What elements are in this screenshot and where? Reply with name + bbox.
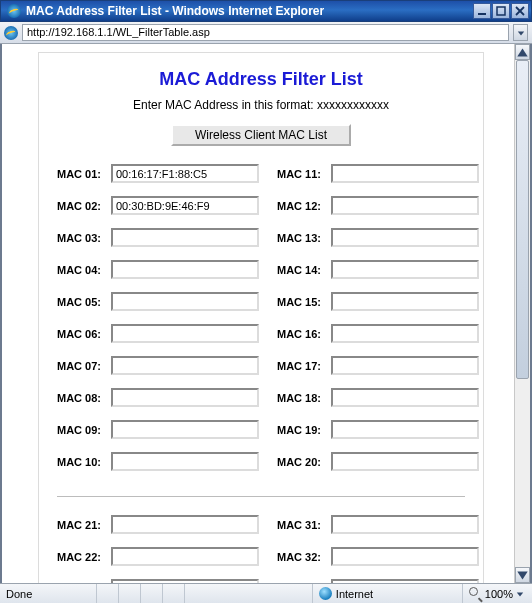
mac-column-right: MAC 11: MAC 12: MAC 13: MAC 14: MAC 15: …	[277, 164, 479, 484]
mac-01-input[interactable]	[111, 164, 259, 183]
mac-03-input[interactable]	[111, 228, 259, 247]
mac-label: MAC 18:	[277, 392, 331, 404]
status-pane	[185, 584, 313, 603]
mac-11-input[interactable]	[331, 164, 479, 183]
mac-label: MAC 03:	[57, 232, 111, 244]
scroll-down-button[interactable]	[515, 567, 530, 583]
zoom-control[interactable]: 100%	[463, 584, 532, 603]
mac-label: MAC 22:	[57, 551, 111, 563]
mac-label: MAC 14:	[277, 264, 331, 276]
mac-09-input[interactable]	[111, 420, 259, 439]
ie-icon	[4, 26, 18, 40]
mac-label: MAC 01:	[57, 168, 111, 180]
mac-label: MAC 13:	[277, 232, 331, 244]
browser-viewport: MAC Address Filter List Enter MAC Addres…	[0, 44, 532, 583]
status-pane	[119, 584, 141, 603]
mac-label: MAC 06:	[57, 328, 111, 340]
svg-marker-7	[517, 592, 523, 596]
globe-icon	[319, 587, 332, 600]
mac-18-input[interactable]	[331, 388, 479, 407]
svg-rect-1	[497, 7, 505, 15]
mac-label: MAC 10:	[57, 456, 111, 468]
maximize-button[interactable]	[492, 3, 510, 19]
status-pane	[163, 584, 185, 603]
divider	[57, 496, 465, 497]
svg-marker-4	[517, 31, 523, 35]
window-titlebar: MAC Address Filter List - Windows Intern…	[0, 0, 532, 22]
mac-20-input[interactable]	[331, 452, 479, 471]
mac-label: MAC 02:	[57, 200, 111, 212]
mac-label: MAC 07:	[57, 360, 111, 372]
magnifier-icon	[469, 587, 482, 600]
address-bar: http://192.168.1.1/WL_FilterTable.asp	[0, 22, 532, 44]
mac-13-input[interactable]	[331, 228, 479, 247]
mac-label: MAC 12:	[277, 200, 331, 212]
mac-04-input[interactable]	[111, 260, 259, 279]
mac-05-input[interactable]	[111, 292, 259, 311]
mac-06-input[interactable]	[111, 324, 259, 343]
mac-label: MAC 08:	[57, 392, 111, 404]
minimize-button[interactable]	[473, 3, 491, 19]
mac-16-input[interactable]	[331, 324, 479, 343]
scroll-track[interactable]	[515, 60, 530, 567]
mac-label: MAC 32:	[277, 551, 331, 563]
mac-label: MAC 31:	[277, 519, 331, 531]
security-zone[interactable]: Internet	[313, 584, 463, 603]
url-field[interactable]: http://192.168.1.1/WL_FilterTable.asp	[22, 24, 509, 41]
mac-label: MAC 04:	[57, 264, 111, 276]
mac-02-input[interactable]	[111, 196, 259, 215]
mac-label: MAC 16:	[277, 328, 331, 340]
instruction-text: Enter MAC Address in this format: xxxxxx…	[57, 98, 465, 112]
svg-marker-6	[517, 571, 527, 579]
mac-31-input[interactable]	[331, 515, 479, 534]
scroll-thumb[interactable]	[516, 60, 529, 379]
url-dropdown-button[interactable]	[513, 24, 528, 41]
mac-10-input[interactable]	[111, 452, 259, 471]
zone-label: Internet	[336, 588, 373, 600]
wireless-client-mac-list-button[interactable]: Wireless Client MAC List	[171, 124, 351, 146]
page-content: MAC Address Filter List Enter MAC Addres…	[2, 44, 514, 583]
mac-column-left: MAC 01: MAC 02: MAC 03: MAC 04: MAC 05: …	[57, 164, 259, 484]
status-bar: Done Internet 100%	[0, 583, 532, 603]
mac-label: MAC 20:	[277, 456, 331, 468]
mac-column-right-2: MAC 31: MAC 32: MAC 33:	[277, 515, 479, 583]
mac-12-input[interactable]	[331, 196, 479, 215]
mac-label: MAC 21:	[57, 519, 111, 531]
mac-label: MAC 11:	[277, 168, 331, 180]
mac-08-input[interactable]	[111, 388, 259, 407]
mac-label: MAC 19:	[277, 424, 331, 436]
chevron-down-icon	[516, 590, 524, 598]
mac-07-input[interactable]	[111, 356, 259, 375]
status-text: Done	[0, 584, 97, 603]
mac-label: MAC 15:	[277, 296, 331, 308]
svg-marker-5	[517, 48, 527, 56]
ie-icon	[7, 4, 21, 18]
status-pane	[97, 584, 119, 603]
zoom-value: 100%	[485, 588, 513, 600]
mac-column-left-2: MAC 21: MAC 22: MAC 23:	[57, 515, 259, 583]
mac-32-input[interactable]	[331, 547, 479, 566]
status-pane	[141, 584, 163, 603]
page-title: MAC Address Filter List	[57, 69, 465, 90]
mac-22-input[interactable]	[111, 547, 259, 566]
window-title: MAC Address Filter List - Windows Intern…	[26, 4, 473, 18]
mac-14-input[interactable]	[331, 260, 479, 279]
close-button[interactable]	[511, 3, 529, 19]
mac-17-input[interactable]	[331, 356, 479, 375]
scroll-up-button[interactable]	[515, 44, 530, 60]
mac-21-input[interactable]	[111, 515, 259, 534]
vertical-scrollbar[interactable]	[514, 44, 530, 583]
mac-label: MAC 09:	[57, 424, 111, 436]
mac-19-input[interactable]	[331, 420, 479, 439]
mac-label: MAC 05:	[57, 296, 111, 308]
mac-label: MAC 17:	[277, 360, 331, 372]
mac-15-input[interactable]	[331, 292, 479, 311]
